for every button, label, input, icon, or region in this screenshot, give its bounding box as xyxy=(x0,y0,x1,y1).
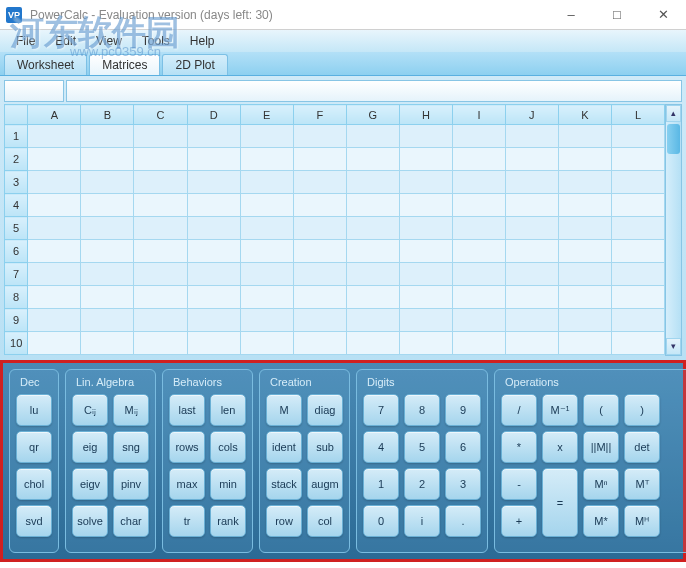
col-header[interactable]: G xyxy=(346,105,399,125)
col-header[interactable]: E xyxy=(240,105,293,125)
btn-rows[interactable]: rows xyxy=(169,431,205,463)
tab-bar: Worksheet Matrices 2D Plot xyxy=(0,52,686,76)
btn-char[interactable]: char xyxy=(113,505,149,537)
maximize-button[interactable]: □ xyxy=(594,0,640,30)
row-header[interactable]: 5 xyxy=(5,217,28,240)
btn-eigv[interactable]: eigv xyxy=(72,468,108,500)
btn-m[interactable]: M xyxy=(266,394,302,426)
row-header[interactable]: 4 xyxy=(5,194,28,217)
btn-mtrans[interactable]: Mᵀ xyxy=(624,468,660,500)
btn-max[interactable]: max xyxy=(169,468,205,500)
btn-lu[interactable]: lu xyxy=(16,394,52,426)
col-header[interactable]: F xyxy=(293,105,346,125)
btn-svd[interactable]: svd xyxy=(16,505,52,537)
btn-mpow[interactable]: Mⁿ xyxy=(583,468,619,500)
btn-diag[interactable]: diag xyxy=(307,394,343,426)
close-button[interactable]: ✕ xyxy=(640,0,686,30)
col-header[interactable]: L xyxy=(611,105,664,125)
btn-divide[interactable]: / xyxy=(501,394,537,426)
btn-eig[interactable]: eig xyxy=(72,431,108,463)
btn-norm[interactable]: ||M|| xyxy=(583,431,619,463)
col-header[interactable]: H xyxy=(399,105,452,125)
btn-4[interactable]: 4 xyxy=(363,431,399,463)
btn-stack[interactable]: stack xyxy=(266,468,302,500)
col-header[interactable]: I xyxy=(453,105,506,125)
menu-edit[interactable]: Edit xyxy=(45,32,86,50)
row-header[interactable]: 7 xyxy=(5,263,28,286)
btn-cij[interactable]: Cᵢⱼ xyxy=(72,394,108,426)
btn-multiply[interactable]: * xyxy=(501,431,537,463)
scroll-up-button[interactable]: ▴ xyxy=(666,105,681,122)
btn-6[interactable]: 6 xyxy=(445,431,481,463)
btn-1[interactable]: 1 xyxy=(363,468,399,500)
btn-last[interactable]: last xyxy=(169,394,205,426)
menu-view[interactable]: View xyxy=(86,32,132,50)
btn-lparen[interactable]: ( xyxy=(583,394,619,426)
btn-9[interactable]: 9 xyxy=(445,394,481,426)
row-header[interactable]: 8 xyxy=(5,286,28,309)
panel-creation: Creation M diag ident sub stack augm row… xyxy=(259,369,350,553)
spreadsheet-grid[interactable]: A B C D E F G H I J K L 1 2 3 4 5 xyxy=(4,104,665,355)
col-header[interactable]: A xyxy=(28,105,81,125)
btn-qr[interactable]: qr xyxy=(16,431,52,463)
col-header[interactable]: D xyxy=(187,105,240,125)
btn-7[interactable]: 7 xyxy=(363,394,399,426)
btn-col[interactable]: col xyxy=(307,505,343,537)
btn-i[interactable]: i xyxy=(404,505,440,537)
btn-2[interactable]: 2 xyxy=(404,468,440,500)
tab-2dplot[interactable]: 2D Plot xyxy=(162,54,227,75)
corner-header[interactable] xyxy=(5,105,28,125)
btn-x[interactable]: x xyxy=(542,431,578,463)
btn-chol[interactable]: chol xyxy=(16,468,52,500)
btn-mherm[interactable]: Mᴴ xyxy=(624,505,660,537)
formula-bar[interactable] xyxy=(66,80,682,102)
btn-minus[interactable]: - xyxy=(501,468,537,500)
btn-pinv[interactable]: pinv xyxy=(113,468,149,500)
btn-plus[interactable]: + xyxy=(501,505,537,537)
col-header[interactable]: B xyxy=(81,105,134,125)
btn-solve[interactable]: solve xyxy=(72,505,108,537)
btn-mconj[interactable]: M* xyxy=(583,505,619,537)
col-header[interactable]: J xyxy=(505,105,558,125)
cell-reference-box[interactable] xyxy=(4,80,64,102)
btn-ident[interactable]: ident xyxy=(266,431,302,463)
vertical-scrollbar[interactable]: ▴ ▾ xyxy=(665,104,682,356)
btn-dot[interactable]: . xyxy=(445,505,481,537)
btn-equals[interactable]: = xyxy=(542,468,578,537)
menu-tools[interactable]: Tools xyxy=(132,32,180,50)
btn-8[interactable]: 8 xyxy=(404,394,440,426)
row-header[interactable]: 2 xyxy=(5,148,28,171)
btn-augm[interactable]: augm xyxy=(307,468,343,500)
btn-3[interactable]: 3 xyxy=(445,468,481,500)
row-header[interactable]: 6 xyxy=(5,240,28,263)
btn-row[interactable]: row xyxy=(266,505,302,537)
btn-min[interactable]: min xyxy=(210,468,246,500)
row-header[interactable]: 9 xyxy=(5,309,28,332)
scroll-down-button[interactable]: ▾ xyxy=(666,338,681,355)
btn-sub[interactable]: sub xyxy=(307,431,343,463)
tab-worksheet[interactable]: Worksheet xyxy=(4,54,87,75)
btn-mij[interactable]: Mᵢⱼ xyxy=(113,394,149,426)
btn-rank[interactable]: rank xyxy=(210,505,246,537)
btn-det[interactable]: det xyxy=(624,431,660,463)
vscroll-thumb[interactable] xyxy=(667,124,680,154)
btn-len[interactable]: len xyxy=(210,394,246,426)
row-header[interactable]: 1 xyxy=(5,125,28,148)
btn-minv[interactable]: M⁻¹ xyxy=(542,394,578,426)
btn-0[interactable]: 0 xyxy=(363,505,399,537)
col-header[interactable]: C xyxy=(134,105,187,125)
btn-sng[interactable]: sng xyxy=(113,431,149,463)
row-header[interactable]: 10 xyxy=(5,332,28,355)
btn-tr[interactable]: tr xyxy=(169,505,205,537)
worksheet-area: A B C D E F G H I J K L 1 2 3 4 5 xyxy=(0,76,686,360)
minimize-button[interactable]: – xyxy=(548,0,594,30)
row-header[interactable]: 3 xyxy=(5,171,28,194)
menu-help[interactable]: Help xyxy=(180,32,225,50)
panel-title: Digits xyxy=(363,376,481,388)
col-header[interactable]: K xyxy=(558,105,611,125)
btn-5[interactable]: 5 xyxy=(404,431,440,463)
btn-rparen[interactable]: ) xyxy=(624,394,660,426)
menu-file[interactable]: File xyxy=(6,32,45,50)
tab-matrices[interactable]: Matrices xyxy=(89,54,160,75)
btn-cols[interactable]: cols xyxy=(210,431,246,463)
